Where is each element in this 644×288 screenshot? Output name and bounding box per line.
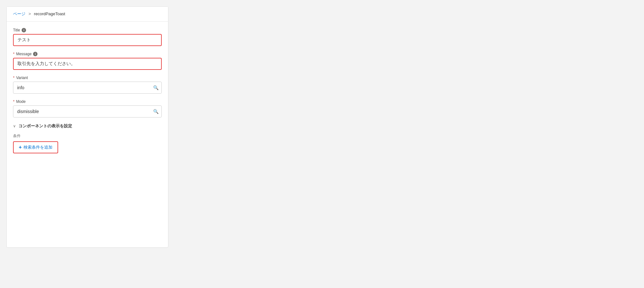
variant-label-text: Variant <box>16 76 28 80</box>
mode-field-group: * Mode 🔍 <box>13 99 162 117</box>
message-label-text: Message <box>16 52 32 56</box>
visibility-section-header[interactable]: ∨ コンポーネントの表示を設定 <box>13 123 162 129</box>
message-field-group: * Message i <box>13 52 162 70</box>
message-required-asterisk: * <box>13 52 15 56</box>
variant-required-asterisk: * <box>13 76 15 80</box>
variant-input[interactable] <box>13 82 162 94</box>
variant-field-group: * Variant 🔍 <box>13 76 162 94</box>
variant-label: * Variant <box>13 76 162 80</box>
variant-input-wrapper: 🔍 <box>13 82 162 94</box>
add-condition-button[interactable]: + 検索条件を追加 <box>13 141 58 153</box>
message-info-icon[interactable]: i <box>33 52 37 56</box>
breadcrumb-current: recordPageToast <box>34 11 65 16</box>
plus-icon: + <box>19 144 22 150</box>
message-label: * Message i <box>13 52 162 56</box>
title-input[interactable] <box>13 34 162 46</box>
breadcrumb-separator: > <box>29 11 31 16</box>
condition-label: 条件 <box>13 133 162 139</box>
breadcrumb-parent[interactable]: ページ <box>13 11 25 16</box>
mode-input-wrapper: 🔍 <box>13 105 162 117</box>
title-info-icon[interactable]: i <box>22 28 26 32</box>
mode-required-asterisk: * <box>13 99 15 104</box>
chevron-down-icon: ∨ <box>13 124 16 128</box>
settings-panel: ページ > recordPageToast Title i * Message … <box>6 6 168 248</box>
title-field-group: Title i <box>13 28 162 46</box>
breadcrumb: ページ > recordPageToast <box>7 7 168 22</box>
title-label: Title i <box>13 28 162 32</box>
mode-input[interactable] <box>13 105 162 117</box>
message-input[interactable] <box>13 58 162 70</box>
form-body: Title i * Message i * Variant 🔍 <box>7 22 168 160</box>
title-label-text: Title <box>13 28 20 32</box>
add-condition-label: 検索条件を追加 <box>24 144 52 150</box>
visibility-section-title: コンポーネントの表示を設定 <box>18 123 72 129</box>
mode-label-text: Mode <box>16 99 26 104</box>
mode-label: * Mode <box>13 99 162 104</box>
